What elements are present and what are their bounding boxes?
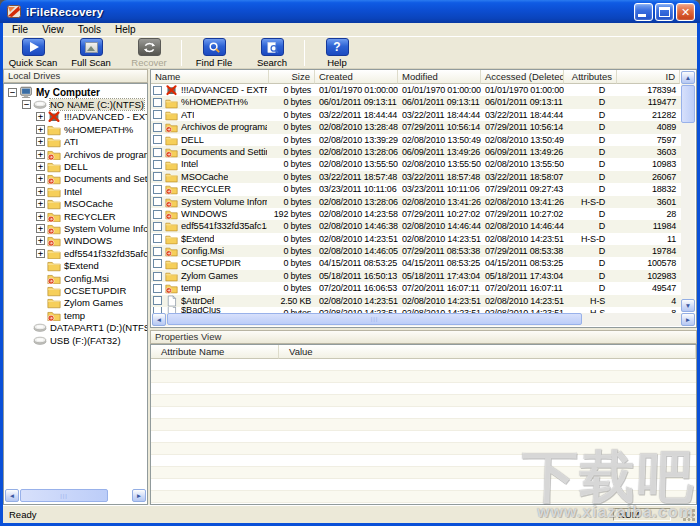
row-checkbox[interactable] xyxy=(153,135,162,144)
file-list-horizontal-scrollbar[interactable]: ◄ ||| ► xyxy=(152,313,695,326)
tree-item-ocsetupdir[interactable]: OCSETUPDIR xyxy=(4,284,147,296)
tree-item-homepath[interactable]: +%HOMEPATH% xyxy=(4,123,147,135)
file-row-temp[interactable]: temp0 bytes07/20/2011 16:06:5307/20/2011… xyxy=(151,282,681,294)
hscroll-thumb[interactable]: ||| xyxy=(167,313,582,325)
row-checkbox[interactable] xyxy=(153,110,162,119)
tree-item-dell[interactable]: +DELL xyxy=(4,160,147,172)
menu-item-help[interactable]: Help xyxy=(108,23,143,36)
vscroll-thumb[interactable] xyxy=(681,85,695,123)
row-checkbox[interactable] xyxy=(153,272,162,281)
row-checkbox[interactable] xyxy=(153,210,162,219)
tree-item-my-computer[interactable]: −My Computer xyxy=(4,86,147,98)
tree-item-config-msi[interactable]: Config.Msi xyxy=(4,272,147,284)
collapse-icon[interactable]: − xyxy=(22,100,31,109)
expand-icon[interactable]: + xyxy=(36,249,45,258)
scroll-left-icon[interactable]: ◄ xyxy=(152,313,166,326)
tree-hscroll-thumb[interactable]: ||| xyxy=(20,489,108,502)
column-header-name[interactable]: Name xyxy=(151,70,269,84)
close-button[interactable]: ✕ xyxy=(676,3,695,21)
column-header-size[interactable]: Size xyxy=(269,70,315,84)
tree-item-datapart1-d-ntfs[interactable]: DATAPART1 (D:)(NTFS) xyxy=(4,321,147,333)
tree-item-advanced-extra[interactable]: +!!!ADVANCED - EXTRA!!! xyxy=(4,111,147,123)
expand-icon[interactable]: + xyxy=(36,112,45,121)
file-row-windows[interactable]: WINDOWS192 bytes02/08/2010 14:23:5807/29… xyxy=(151,208,681,220)
file-row-attrdef[interactable]: $AttrDef2.50 KB02/08/2010 14:23:5102/08/… xyxy=(151,295,681,307)
expand-icon[interactable]: + xyxy=(36,162,45,171)
tree-item-intel[interactable]: +Intel xyxy=(4,185,147,197)
row-checkbox[interactable] xyxy=(153,284,162,293)
expand-icon[interactable]: + xyxy=(36,224,45,233)
tree-item-recycler[interactable]: +RECYCLER xyxy=(4,210,147,222)
column-header-id[interactable]: ID xyxy=(617,70,680,84)
scroll-right-icon[interactable]: ► xyxy=(681,313,695,326)
tree-item-extend[interactable]: $Extend xyxy=(4,259,147,271)
attribute-name-column-header[interactable]: Attribute Name xyxy=(151,345,279,359)
maximize-button[interactable] xyxy=(655,3,674,21)
file-row-ati[interactable]: ATI0 bytes03/22/2011 18:44:4403/22/2011 … xyxy=(151,109,681,121)
column-header-modified[interactable]: Modified xyxy=(398,70,481,84)
title-bar[interactable]: iFileRecovery ✕ xyxy=(0,0,700,23)
file-row-archivos-de-programa[interactable]: Archivos de programa0 bytes02/08/2010 13… xyxy=(151,121,681,133)
file-row-advanced-extra[interactable]: !!!ADVANCED - EXTRA!!!0 bytes01/01/1970 … xyxy=(151,84,681,96)
collapse-icon[interactable]: − xyxy=(8,88,17,97)
tree-item-usb-f-fat32[interactable]: USB (F:)(FAT32) xyxy=(4,334,147,346)
row-checkbox[interactable] xyxy=(153,197,162,206)
value-column-header[interactable]: Value xyxy=(279,345,696,359)
expand-icon[interactable]: + xyxy=(36,212,45,221)
tree-item-system-volume-informa[interactable]: +System Volume Informa xyxy=(4,222,147,234)
row-checkbox[interactable] xyxy=(153,296,162,305)
file-row-documents-and-settings[interactable]: Documents and Settings0 bytes02/08/2010 … xyxy=(151,146,681,158)
expand-icon[interactable]: + xyxy=(36,236,45,245)
tree-item-documents-and-settings[interactable]: +Documents and Settings xyxy=(4,173,147,185)
scroll-up-icon[interactable]: ▲ xyxy=(681,71,695,84)
column-header-created[interactable]: Created xyxy=(315,70,398,84)
file-row-recycler[interactable]: RECYCLER0 bytes03/23/2011 10:11:0603/23/… xyxy=(151,183,681,195)
tree-item-ati[interactable]: +ATI xyxy=(4,136,147,148)
expand-icon[interactable]: + xyxy=(36,199,45,208)
row-checkbox[interactable] xyxy=(153,185,162,194)
tree-item-temp[interactable]: temp xyxy=(4,309,147,321)
scroll-left-icon[interactable]: ◄ xyxy=(5,489,19,502)
tree-item-archivos-de-programa[interactable]: +Archivos de programa xyxy=(4,148,147,160)
tree-item-no-name-c-ntfs[interactable]: −NO NAME (C:)(NTFS) xyxy=(4,98,147,110)
menu-item-file[interactable]: File xyxy=(5,23,35,36)
file-row-system-volume-informa[interactable]: System Volume Informa...0 bytes02/08/201… xyxy=(151,196,681,208)
full-scan-button[interactable]: Full Scan xyxy=(62,38,120,69)
search-button[interactable]: Search xyxy=(243,38,301,69)
file-row-intel[interactable]: Intel0 bytes02/08/2010 13:55:5002/08/201… xyxy=(151,158,681,170)
recover-button[interactable]: Recover xyxy=(120,38,178,69)
scroll-right-icon[interactable]: ► xyxy=(132,489,146,502)
expand-icon[interactable]: + xyxy=(36,187,45,196)
file-row-edf5541f332fd35afc1a[interactable]: edf5541f332fd35afc1a...0 bytes02/08/2010… xyxy=(151,220,681,232)
scroll-down-icon[interactable]: ▼ xyxy=(681,299,695,312)
file-row-homepath[interactable]: %HOMEPATH%0 bytes06/01/2011 09:13:1106/0… xyxy=(151,96,681,108)
file-row-dell[interactable]: DELL0 bytes02/08/2010 13:39:2902/08/2010… xyxy=(151,134,681,146)
tree-item-msocache[interactable]: +MSOCache xyxy=(4,198,147,210)
help-button[interactable]: ?Help xyxy=(308,38,366,69)
column-header-attributes[interactable]: Attributes xyxy=(564,70,617,84)
expand-icon[interactable]: + xyxy=(36,174,45,183)
row-checkbox[interactable] xyxy=(153,222,162,231)
row-checkbox[interactable] xyxy=(153,160,162,169)
column-header-accessed-deleted[interactable]: Accessed (Deleted) xyxy=(481,70,564,84)
row-checkbox[interactable] xyxy=(153,148,162,157)
file-row-config-msi[interactable]: Config.Msi0 bytes02/08/2010 14:46:0507/2… xyxy=(151,245,681,257)
row-checkbox[interactable] xyxy=(153,123,162,132)
quick-scan-button[interactable]: Quick Scan xyxy=(4,38,62,69)
tree-item-edf5541f332fd35afc1a[interactable]: +edf5541f332fd35afc1a xyxy=(4,247,147,259)
file-row-msocache[interactable]: MSOCache0 bytes03/22/2011 18:57:4803/22/… xyxy=(151,171,681,183)
expand-icon[interactable]: + xyxy=(36,150,45,159)
expand-icon[interactable]: + xyxy=(36,125,45,134)
tree-horizontal-scrollbar[interactable]: ◄ ||| ► xyxy=(5,489,146,503)
file-row-zylom-games[interactable]: Zylom Games0 bytes05/18/2011 16:50:1305/… xyxy=(151,270,681,282)
tree-item-windows[interactable]: +WINDOWS xyxy=(4,235,147,247)
row-checkbox[interactable] xyxy=(153,86,162,95)
menu-item-view[interactable]: View xyxy=(35,23,71,36)
file-list-vertical-scrollbar[interactable]: ▲ ▼ xyxy=(681,71,695,312)
row-checkbox[interactable] xyxy=(153,98,162,107)
row-checkbox[interactable] xyxy=(153,234,162,243)
resize-grip[interactable] xyxy=(683,509,696,522)
file-row-ocsetupdir[interactable]: OCSETUPDIR0 bytes04/15/2011 08:53:2504/1… xyxy=(151,257,681,269)
expand-icon[interactable]: + xyxy=(36,137,45,146)
file-row-extend[interactable]: $Extend0 bytes02/08/2010 14:23:5102/08/2… xyxy=(151,233,681,245)
